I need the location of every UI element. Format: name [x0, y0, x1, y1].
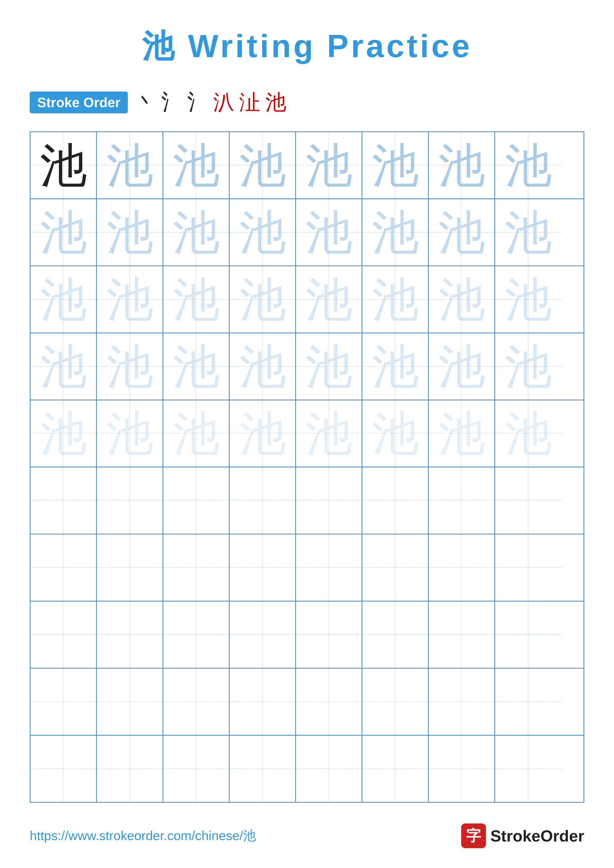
grid-cell[interactable]: [495, 736, 561, 802]
grid-cell[interactable]: 池: [97, 132, 163, 198]
grid-cell[interactable]: 池: [429, 266, 495, 333]
stroke-2: 氵: [161, 88, 182, 116]
grid-cell[interactable]: [296, 668, 362, 735]
grid-cell[interactable]: [31, 668, 97, 735]
grid-cell[interactable]: 池: [230, 199, 296, 265]
grid-cell[interactable]: 池: [31, 333, 97, 400]
grid-cell[interactable]: 池: [495, 400, 561, 467]
grid-cell[interactable]: [163, 668, 230, 735]
footer-url[interactable]: https://www.strokeorder.com/chinese/池: [30, 827, 256, 845]
char-fade3: 池: [305, 276, 353, 323]
grid-cell[interactable]: [230, 467, 296, 534]
grid-cell[interactable]: 池: [296, 266, 362, 333]
grid-cell[interactable]: [362, 467, 429, 534]
grid-cell[interactable]: [429, 467, 495, 534]
grid-cell[interactable]: 池: [495, 266, 561, 333]
grid-cell[interactable]: [495, 668, 561, 735]
grid-cell[interactable]: 池: [296, 199, 362, 265]
grid-cell[interactable]: [163, 467, 230, 534]
grid-cell[interactable]: [97, 601, 163, 668]
char-fade3: 池: [438, 343, 485, 390]
grid-cell[interactable]: 池: [163, 266, 230, 333]
grid-cell[interactable]: [296, 535, 362, 601]
grid-cell[interactable]: 池: [296, 132, 362, 198]
grid-cell[interactable]: 池: [429, 400, 495, 467]
grid-cell[interactable]: 池: [31, 199, 97, 265]
char-fade1: 池: [372, 142, 419, 189]
grid-cell[interactable]: 池: [97, 400, 163, 467]
grid-cell[interactable]: [31, 467, 97, 534]
grid-cell[interactable]: 池: [163, 400, 230, 467]
grid-cell[interactable]: 池: [362, 333, 429, 400]
grid-cell[interactable]: 池: [362, 132, 429, 198]
char-fade1: 池: [173, 142, 220, 189]
grid-cell[interactable]: [429, 601, 495, 668]
grid-cell[interactable]: 池: [495, 199, 561, 265]
grid-cell[interactable]: 池: [230, 333, 296, 400]
grid-cell[interactable]: [296, 601, 362, 668]
char-fade3: 池: [40, 276, 87, 323]
footer-logo-icon: 字: [461, 823, 486, 848]
grid-cell[interactable]: 池: [362, 266, 429, 333]
char-fade2: 池: [239, 209, 286, 256]
grid-cell[interactable]: [495, 467, 561, 534]
grid-cell[interactable]: [163, 535, 230, 601]
grid-cell[interactable]: [97, 467, 163, 534]
grid-cell[interactable]: [362, 736, 429, 802]
grid-cell[interactable]: 池: [429, 199, 495, 265]
grid-cell[interactable]: 池: [31, 266, 97, 333]
grid-cell[interactable]: [97, 668, 163, 735]
grid-cell[interactable]: 池: [163, 199, 230, 265]
grid-cell[interactable]: 池: [163, 132, 230, 198]
grid-cell[interactable]: [429, 535, 495, 601]
grid-cell[interactable]: [296, 467, 362, 534]
grid-cell[interactable]: 池: [97, 199, 163, 265]
char-fade4: 池: [106, 410, 153, 457]
stroke-order-section: Stroke Order 丶 氵 氵 汃 沚 池: [30, 88, 614, 116]
grid-cell[interactable]: [230, 668, 296, 735]
grid-cell[interactable]: [97, 736, 163, 802]
grid-cell[interactable]: [230, 736, 296, 802]
grid-cell[interactable]: 池: [362, 199, 429, 265]
grid-cell[interactable]: [495, 601, 561, 668]
stroke-6: 池: [265, 88, 286, 116]
char-fade3: 池: [438, 276, 485, 323]
grid-cell[interactable]: [163, 601, 230, 668]
practice-grid: 池 池 池 池 池 池 池 池 池 池 池 池 池 池 池 池 池 池 池 池 …: [30, 132, 584, 803]
grid-cell[interactable]: 池: [296, 400, 362, 467]
grid-cell[interactable]: [495, 535, 561, 601]
grid-cell[interactable]: 池: [31, 400, 97, 467]
footer-logo: 字 StrokeOrder: [461, 823, 584, 848]
grid-row-3: 池 池 池 池 池 池 池 池: [31, 266, 583, 333]
grid-cell[interactable]: [429, 736, 495, 802]
grid-cell[interactable]: 池: [97, 266, 163, 333]
char-fade3: 池: [239, 343, 286, 390]
grid-cell[interactable]: [97, 535, 163, 601]
grid-cell[interactable]: 池: [495, 333, 561, 400]
grid-cell[interactable]: 池: [362, 400, 429, 467]
grid-cell[interactable]: [163, 736, 230, 802]
grid-cell[interactable]: [429, 668, 495, 735]
grid-cell[interactable]: [362, 535, 429, 601]
grid-cell[interactable]: [230, 601, 296, 668]
char-fade1: 池: [438, 142, 485, 189]
grid-cell[interactable]: [296, 736, 362, 802]
char-fade3: 池: [372, 343, 419, 390]
grid-cell[interactable]: [362, 668, 429, 735]
grid-cell[interactable]: [31, 601, 97, 668]
grid-cell[interactable]: 池: [97, 333, 163, 400]
grid-row-2: 池 池 池 池 池 池 池 池: [31, 199, 583, 266]
grid-cell[interactable]: 池: [429, 132, 495, 198]
grid-cell[interactable]: 池: [230, 266, 296, 333]
grid-cell[interactable]: 池: [429, 333, 495, 400]
grid-cell[interactable]: 池: [296, 333, 362, 400]
grid-cell[interactable]: [31, 535, 97, 601]
grid-cell[interactable]: 池: [230, 400, 296, 467]
grid-cell[interactable]: 池: [163, 333, 230, 400]
grid-cell[interactable]: 池: [31, 132, 97, 198]
grid-cell[interactable]: [230, 535, 296, 601]
grid-cell[interactable]: 池: [230, 132, 296, 198]
grid-cell[interactable]: [31, 736, 97, 802]
grid-cell[interactable]: [362, 601, 429, 668]
grid-cell[interactable]: 池: [495, 132, 561, 198]
